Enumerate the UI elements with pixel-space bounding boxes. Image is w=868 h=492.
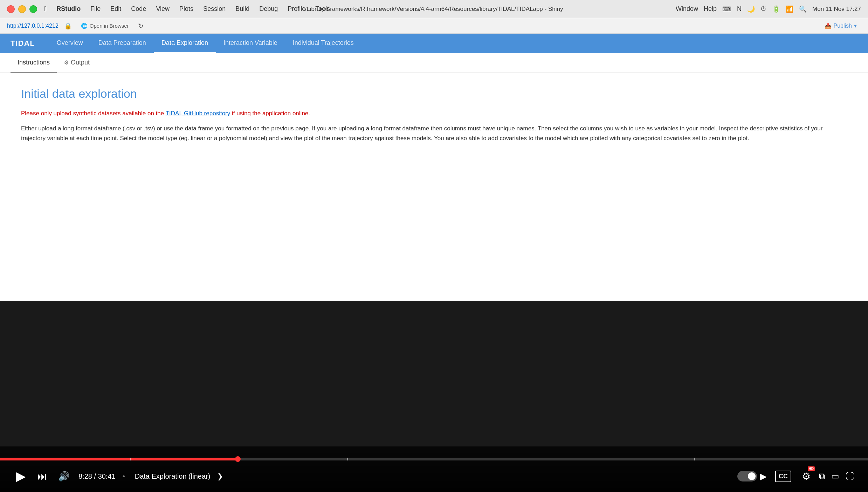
publish-label: Publish <box>834 23 852 29</box>
nav-tabs: Overview Data Preparation Data Explorati… <box>49 34 361 53</box>
nav-tab-data-preparation[interactable]: Data Preparation <box>91 34 154 53</box>
search-icon[interactable]: 🔍 <box>799 5 807 13</box>
open-browser-label: Open in Browser <box>90 23 129 29</box>
github-link[interactable]: TIDAL GitHub repository <box>166 110 230 117</box>
warning-text-post: if using the application online. <box>230 110 310 117</box>
chapter-arrow-icon[interactable]: ❯ <box>217 472 223 480</box>
maximize-button[interactable] <box>29 5 37 13</box>
open-in-browser-button[interactable]: 🌐 Open in Browser <box>77 21 132 30</box>
nav-tab-individual-trajectories[interactable]: Individual Trajectories <box>285 34 361 53</box>
sub-tab-output-label: Output <box>71 59 90 66</box>
menu-profile[interactable]: Profile <box>288 5 305 13</box>
publish-icon: 📤 <box>825 22 832 29</box>
bullet-separator: • <box>123 472 125 480</box>
keyboard-icon: ⌨ <box>722 5 731 13</box>
volume-icon: 🔊 <box>58 471 69 482</box>
traffic-lights <box>7 5 37 13</box>
url-display[interactable]: http://127.0.0.1:4212 <box>7 23 58 29</box>
menu-file[interactable]: File <box>90 5 101 13</box>
refresh-icon[interactable]: ↻ <box>138 22 143 30</box>
play-icon: ▶ <box>16 469 26 484</box>
sub-tab-instructions[interactable]: Instructions <box>11 53 57 73</box>
publish-button[interactable]: 📤 Publish ▾ <box>820 21 861 30</box>
warning-paragraph: Please only upload synthetic datasets av… <box>21 109 847 118</box>
menu-rstudio[interactable]: RStudio <box>56 5 81 13</box>
address-bar: http://127.0.0.1:4212 🔒 🌐 Open in Browse… <box>0 18 868 34</box>
skip-next-button[interactable]: ⏭ <box>35 469 49 484</box>
menu-code[interactable]: Code <box>131 5 146 13</box>
warning-text-pre: Please only upload synthetic datasets av… <box>21 110 166 117</box>
theater-button[interactable]: ▭ <box>831 471 839 481</box>
hd-badge: HD <box>808 466 815 471</box>
help-menu-icon[interactable]: Help <box>704 5 717 13</box>
nav-bar: TIDAL Overview Data Preparation Data Exp… <box>0 34 868 53</box>
publish-dropdown-icon[interactable]: ▾ <box>854 22 857 29</box>
sub-tab-instructions-label: Instructions <box>18 59 50 66</box>
sub-tabs: Instructions ⚙ Output <box>0 53 868 73</box>
apple-logo-icon[interactable]:  <box>44 5 47 13</box>
menu-debug[interactable]: Debug <box>259 5 278 13</box>
autoplay-toggle[interactable]: ▶ <box>737 471 767 482</box>
menu-bar:  RStudio File Edit Code View Plots Sess… <box>44 5 330 13</box>
controls-row: ▶ ⏭ 🔊 8:28 / 30:41 • Data Exploration (l… <box>0 460 868 492</box>
page-title: Initial data exploration <box>21 87 847 101</box>
gear-icon: ⚙ <box>64 59 69 66</box>
play-next-icon: ▶ <box>760 471 767 482</box>
menu-build[interactable]: Build <box>235 5 249 13</box>
nav-tab-data-exploration[interactable]: Data Exploration <box>154 34 216 53</box>
progress-bar[interactable] <box>0 458 868 460</box>
cc-label: CC <box>775 471 791 482</box>
autoplay-thumb <box>748 472 756 480</box>
menu-session[interactable]: Session <box>203 5 226 13</box>
moon-icon: 🌙 <box>747 5 755 13</box>
menu-view[interactable]: View <box>156 5 170 13</box>
secure-icon: 🔒 <box>64 22 72 30</box>
window-menu-icon[interactable]: Window <box>676 5 698 13</box>
right-controls: ▶ CC ⚙ HD ⧉ ▭ ⛶ <box>737 469 854 484</box>
video-player-overlay: ▶ ⏭ 🔊 8:28 / 30:41 • Data Exploration (l… <box>0 446 868 492</box>
skip-next-icon: ⏭ <box>37 471 47 482</box>
chapter-name: Data Exploration (linear) <box>135 472 211 480</box>
current-time: 8:28 <box>78 472 92 480</box>
settings-gear-icon: ⚙ <box>802 471 811 482</box>
chapter-marker-1 <box>130 458 131 460</box>
fullscreen-icon: ⛶ <box>846 471 854 481</box>
description-paragraph: Either upload a long format dataframe (.… <box>21 124 847 144</box>
autoplay-track[interactable] <box>737 471 757 481</box>
chapter-marker-2 <box>347 458 348 460</box>
content-area: Instructions ⚙ Output Initial data explo… <box>0 53 868 301</box>
nav-tab-overview[interactable]: Overview <box>49 34 91 53</box>
notch-icon: N <box>737 5 742 13</box>
volume-button[interactable]: 🔊 <box>56 469 71 484</box>
time-display: 8:28 / 30:41 <box>78 472 116 480</box>
total-time: 30:41 <box>98 472 116 480</box>
main-content: Initial data exploration Please only upl… <box>0 73 868 301</box>
clock-display: Mon 11 Nov 17:27 <box>812 6 861 13</box>
progress-fill <box>0 458 239 460</box>
title-right: Window Help ⌨ N 🌙 ⏱ 🔋 📶 🔍 Mon 11 Nov 17:… <box>676 5 861 13</box>
publish-container: 📤 Publish ▾ <box>820 21 861 30</box>
theater-icon: ▭ <box>831 471 839 481</box>
pip-button[interactable]: ⧉ <box>819 471 825 481</box>
menu-plots[interactable]: Plots <box>179 5 193 13</box>
app-container: TIDAL Overview Data Preparation Data Exp… <box>0 34 868 301</box>
play-button[interactable]: ▶ <box>14 467 28 486</box>
sub-tab-output[interactable]: ⚙ Output <box>57 53 97 73</box>
browser-icon: 🌐 <box>81 23 88 29</box>
menu-edit[interactable]: Edit <box>110 5 121 13</box>
cc-button[interactable]: CC <box>773 469 793 484</box>
nav-tab-interaction-variable[interactable]: Interaction Variable <box>216 34 285 53</box>
chapter-marker-3 <box>694 458 695 460</box>
title-bar:  RStudio File Edit Code View Plots Sess… <box>0 0 868 18</box>
settings-button[interactable]: ⚙ HD <box>800 469 813 484</box>
time-separator: / <box>94 472 98 480</box>
minimize-button[interactable] <box>18 5 26 13</box>
close-button[interactable] <box>7 5 15 13</box>
wifi-icon: 📶 <box>786 5 793 13</box>
pip-icon: ⧉ <box>819 471 825 481</box>
app-brand[interactable]: TIDAL <box>11 39 35 48</box>
window-title: /Library/Frameworks/R.framework/Versions… <box>305 6 563 13</box>
timer-icon: ⏱ <box>760 5 767 13</box>
fullscreen-button[interactable]: ⛶ <box>846 471 854 481</box>
battery-icon: 🔋 <box>772 5 780 13</box>
